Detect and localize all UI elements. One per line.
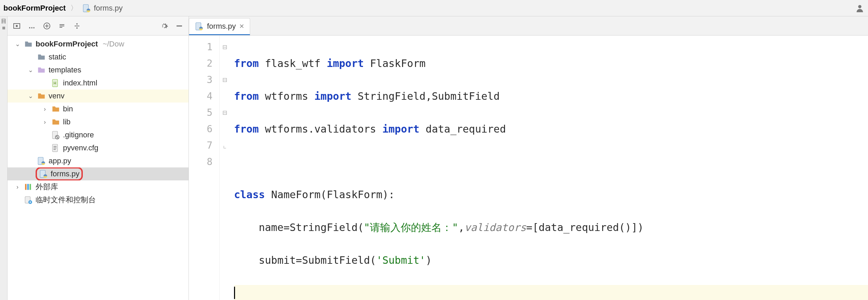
python-file-icon	[37, 156, 46, 165]
python-file-icon	[195, 22, 204, 31]
tree-root-label: bookFormProject	[36, 40, 98, 49]
svg-rect-22	[29, 184, 31, 190]
svg-point-7	[76, 23, 78, 25]
user-icon[interactable]	[855, 3, 865, 13]
svg-point-8	[76, 27, 78, 29]
line-number: 6	[189, 121, 212, 137]
fold-column: ⊟ ⊟ ⊟ ⌞	[220, 36, 230, 300]
tree-folder-bin[interactable]: › bin	[8, 103, 189, 115]
tab-label: forms.py	[207, 22, 236, 31]
project-tree: ⌄ bookFormProject ~/Dow › static ⌄ templ…	[8, 36, 189, 300]
tree-folder-static[interactable]: › static	[8, 51, 189, 64]
html-file-icon: H	[51, 79, 60, 87]
code-line: from flask_wtf import FlaskForm	[234, 55, 868, 72]
breadcrumb-file-label: forms.py	[94, 4, 122, 13]
libraries-icon	[24, 182, 33, 191]
tree-label: bin	[63, 105, 73, 113]
tree-scratches[interactable]: › 临时文件和控制台	[8, 193, 189, 206]
main-area: 目 ... ⌄ bookFormProject ~/Dow	[0, 16, 868, 300]
fold-end-icon[interactable]: ⌞	[220, 137, 230, 154]
close-icon[interactable]: ✕	[239, 23, 244, 30]
code-editor[interactable]: 1 2 3 4 5 6 7 8 ⊟ ⊟ ⊟ ⌞	[189, 36, 868, 300]
line-number: 5	[189, 105, 212, 121]
breadcrumb-file[interactable]: forms.py	[82, 4, 122, 13]
stripe-dot-icon	[2, 27, 5, 29]
folder-icon	[51, 105, 60, 113]
line-number: 3	[189, 72, 212, 88]
toolbar-ellipsis[interactable]: ...	[27, 22, 36, 30]
tree-label: .gitignore	[63, 131, 94, 139]
tree-root[interactable]: ⌄ bookFormProject ~/Dow	[8, 38, 189, 51]
tree-file-gitignore[interactable]: › .gitignore	[8, 128, 189, 141]
tree-label: index.html	[63, 79, 97, 87]
code-line-active	[234, 285, 868, 300]
tree-label: forms.py	[51, 169, 79, 178]
fold-icon[interactable]: ⊟	[220, 105, 230, 121]
code-line: name=StringField("请输入你的姓名：",validators=[…	[234, 219, 868, 236]
ide-root: bookFormProject 〉 forms.py 目 ...	[0, 0, 868, 300]
editor-tabs: forms.py ✕	[189, 16, 868, 36]
tree-label: app.py	[49, 156, 71, 165]
tree-label: templates	[49, 66, 81, 74]
stripe-label: 目	[1, 18, 7, 24]
select-opened-file-icon[interactable]	[12, 22, 21, 30]
divide-icon[interactable]	[73, 22, 81, 30]
svg-point-3	[858, 5, 861, 8]
code-line	[234, 154, 868, 170]
chevron-down-icon[interactable]: ⌄	[27, 92, 34, 100]
breadcrumb-project[interactable]: bookFormProject	[3, 4, 66, 13]
tree-folder-lib[interactable]: › lib	[8, 115, 189, 128]
code-line: class NameForm(FlaskForm):	[234, 187, 868, 203]
code-content[interactable]: from flask_wtf import FlaskForm from wtf…	[230, 36, 868, 300]
folder-icon	[24, 40, 33, 49]
scratches-icon	[24, 195, 33, 204]
breadcrumb: bookFormProject 〉 forms.py	[3, 3, 123, 13]
line-number: 1	[189, 39, 212, 55]
line-number: 7	[189, 137, 212, 154]
chevron-down-icon[interactable]: ⌄	[14, 40, 21, 48]
chevron-right-icon[interactable]: ›	[14, 183, 21, 191]
tree-root-path: ~/Dow	[103, 40, 124, 49]
sidebar-toolbar: ...	[8, 16, 189, 36]
editor-area: forms.py ✕ 1 2 3 4 5 6 7 8 ⊟	[189, 16, 868, 300]
chevron-right-icon[interactable]: ›	[41, 106, 49, 113]
left-tool-stripe: 目	[0, 16, 8, 300]
breadcrumb-bar: bookFormProject 〉 forms.py	[0, 0, 868, 16]
highlight-box: forms.py	[36, 167, 83, 180]
tree-file-pyvenv[interactable]: › pyvenv.cfg	[8, 141, 189, 154]
line-number: 4	[189, 88, 212, 105]
tree-label: venv	[49, 92, 64, 100]
fold-icon[interactable]: ⊟	[220, 39, 230, 55]
line-gutter: 1 2 3 4 5 6 7 8	[189, 36, 220, 300]
tree-folder-venv[interactable]: ⌄ venv	[8, 90, 189, 103]
fold-icon[interactable]: ⊟	[220, 72, 230, 88]
tree-file-forms-py[interactable]: › forms.py	[8, 167, 189, 180]
tree-file-app-py[interactable]: › app.py	[8, 154, 189, 167]
gitignore-file-icon	[51, 131, 60, 139]
chevron-down-icon[interactable]: ⌄	[27, 66, 34, 74]
tree-file-index-html[interactable]: › H index.html	[8, 77, 189, 90]
settings-icon[interactable]	[160, 22, 169, 30]
folder-icon	[51, 118, 60, 126]
svg-point-5	[16, 25, 17, 27]
code-line: from wtforms import StringField,SubmitFi…	[234, 88, 868, 105]
code-line: submit=SubmitField('Submit')	[234, 252, 868, 269]
folder-icon	[37, 92, 46, 100]
tree-label: static	[49, 53, 66, 62]
hide-icon[interactable]	[175, 22, 184, 30]
collapse-all-icon[interactable]	[57, 22, 66, 30]
svg-rect-21	[27, 184, 29, 190]
tree-label: lib	[63, 118, 70, 126]
python-file-icon	[82, 4, 91, 13]
chevron-right-icon[interactable]: ›	[41, 119, 49, 126]
tab-forms-py[interactable]: forms.py ✕	[189, 18, 250, 35]
folder-icon	[37, 53, 46, 62]
tree-external-libs[interactable]: › 外部库	[8, 180, 189, 193]
svg-rect-20	[25, 184, 26, 190]
tree-label: pyvenv.cfg	[63, 144, 99, 152]
line-number: 8	[189, 154, 212, 170]
project-sidebar: ... ⌄ bookFormProject ~/Dow › st	[8, 16, 189, 300]
expand-all-icon[interactable]	[42, 22, 51, 30]
tree-folder-templates[interactable]: ⌄ templates	[8, 64, 189, 77]
line-number: 2	[189, 55, 212, 72]
